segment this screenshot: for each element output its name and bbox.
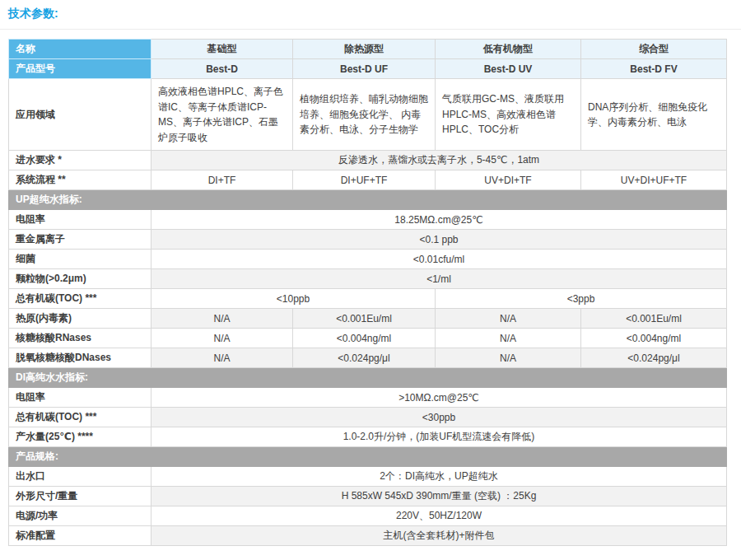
row-toc-di: 总有机碳(TOC) *** <30ppb xyxy=(9,408,727,427)
standard-config-value: 主机(含全套耗材)+附件包 xyxy=(151,526,727,546)
section-product-spec: 产品规格: xyxy=(9,447,727,467)
section-title: DI高纯水水指标: xyxy=(9,368,727,388)
row-heavy-metal-ions: 重金属离子 <0.1 ppb xyxy=(9,230,727,250)
row-outlets: 出水口 2个：DI高纯水，UP超纯水 xyxy=(9,467,727,487)
row-label: 脱氧核糖核酸DNases xyxy=(9,348,151,368)
footnotes: * 进水水质将影响纯水的质量和滤柱的寿命 ** DI：离子交换、UV：双波长紫外… xyxy=(9,557,733,560)
row-label: 重金属离子 xyxy=(9,230,151,250)
flow-rate-value: 1.0-2.0升/分钟，(加装UF机型流速会有降低) xyxy=(151,427,727,447)
row-label: 热原(内毒素) xyxy=(9,309,151,329)
section-di-high-purity: DI高纯水水指标: xyxy=(9,368,727,388)
heavy-metal-value: <0.1 ppb xyxy=(151,230,727,250)
row-dimensions-weight: 外形尺寸/重量 H 585xW 545xD 390mm/重量 (空载) ：25K… xyxy=(9,487,727,506)
row-label: 核糖核酸RNases xyxy=(9,329,151,348)
pyrogen-pyrogen-free: <0.001Eu/ml xyxy=(293,309,436,329)
bacteria-value: <0.01cfu/ml xyxy=(151,250,727,269)
dnases-comprehensive: <0.024pg/μl xyxy=(581,348,727,368)
process-low-organic: UV+DI+TF xyxy=(436,170,581,190)
row-bacteria: 细菌 <0.01cfu/ml xyxy=(9,250,727,269)
rnases-pyrogen-free: <0.004ng/ml xyxy=(293,329,436,348)
power-value: 220V、50HZ/120W xyxy=(151,506,727,526)
row-resistivity-di: 电阻率 >10MΩ.cm@25℃ xyxy=(9,388,727,408)
dimensions-weight-value: H 585xW 545xD 390mm/重量 (空载) ：25Kg xyxy=(151,487,727,506)
spec-table: 名称 基础型 除热源型 低有机物型 综合型 产品型号 Best-D Best-D… xyxy=(8,39,727,546)
row-label: 标准配置 xyxy=(9,526,151,546)
toc-up-left-value: <10ppb xyxy=(151,289,436,309)
row-particles: 颗粒物(>0.2μm) <1/ml xyxy=(9,269,727,289)
title-divider xyxy=(0,29,741,30)
row-toc-up: 总有机碳(TOC) *** <10ppb <3ppb xyxy=(9,289,727,309)
row-dnases: 脱氧核糖核酸DNases N/A <0.024pg/μl N/A <0.024p… xyxy=(9,348,727,368)
application-basic: 高效液相色谱HPLC、离子色谱IC、等离子体质谱ICP-MS、离子体光谱ICP、… xyxy=(151,79,293,151)
header-row-types: 名称 基础型 除热源型 低有机物型 综合型 xyxy=(9,40,727,59)
model-best-d-fv: Best-D FV xyxy=(581,59,727,79)
model-best-d: Best-D xyxy=(151,59,293,79)
row-label: 进水要求 * xyxy=(9,151,151,170)
process-pyrogen-free: DI+UF+TF xyxy=(293,170,436,190)
rnases-comprehensive: <0.004ng/ml xyxy=(581,329,727,348)
row-label: 电阻率 xyxy=(9,388,151,408)
pyrogen-low-organic: N/A xyxy=(436,309,581,329)
dnases-pyrogen-free: <0.024pg/μl xyxy=(293,348,436,368)
rnases-low-organic: N/A xyxy=(436,329,581,348)
row-standard-config: 标准配置 主机(含全套耗材)+附件包 xyxy=(9,526,727,546)
row-label: 系统流程 ** xyxy=(9,170,151,190)
header-name-label: 名称 xyxy=(9,40,151,59)
row-resistivity-up: 电阻率 18.25MΩ.cm@25℃ xyxy=(9,210,727,230)
particles-value: <1/ml xyxy=(151,269,727,289)
row-feed-water: 进水要求 * 反渗透水，蒸馏水或去离子水，5-45℃，1atm xyxy=(9,151,727,170)
model-best-d-uv: Best-D UV xyxy=(436,59,581,79)
row-label: 电阻率 xyxy=(9,210,151,230)
outlets-value: 2个：DI高纯水，UP超纯水 xyxy=(151,467,727,487)
section-title: UP超纯水指标: xyxy=(9,190,727,210)
header-model-label: 产品型号 xyxy=(9,59,151,79)
row-pyrogen: 热原(内毒素) N/A <0.001Eu/ml N/A <0.001Eu/ml xyxy=(9,309,727,329)
model-best-d-uf: Best-D UF xyxy=(293,59,436,79)
row-power: 电源/功率 220V、50HZ/120W xyxy=(9,506,727,526)
footnote-1: * 进水水质将影响纯水的质量和滤柱的寿命 xyxy=(9,557,733,560)
rnases-basic: N/A xyxy=(151,329,293,348)
toc-di-value: <30ppb xyxy=(151,408,727,427)
page-title: 技术参数: xyxy=(8,7,733,21)
row-label: 颗粒物(>0.2μm) xyxy=(9,269,151,289)
type-comprehensive: 综合型 xyxy=(581,40,727,59)
section-title: 产品规格: xyxy=(9,447,727,467)
row-application: 应用领域 高效液相色谱HPLC、离子色谱IC、等离子体质谱ICP-MS、离子体光… xyxy=(9,79,727,151)
process-basic: DI+TF xyxy=(151,170,293,190)
section-up-ultrapure: UP超纯水指标: xyxy=(9,190,727,210)
type-pyrogen-free: 除热源型 xyxy=(293,40,436,59)
pyrogen-basic: N/A xyxy=(151,309,293,329)
dnases-basic: N/A xyxy=(151,348,293,368)
application-low-organic: 气质联用GC-MS、液质联用HPLC-MS、高效液相色谱HPLC、TOC分析 xyxy=(436,79,581,151)
toc-up-right-value: <3ppb xyxy=(436,289,727,309)
header-row-models: 产品型号 Best-D Best-D UF Best-D UV Best-D F… xyxy=(9,59,727,79)
row-label: 总有机碳(TOC) *** xyxy=(9,289,151,309)
row-label: 电源/功率 xyxy=(9,506,151,526)
application-comprehensive: DNA序列分析、细胞免疫化学、内毒素分析、电泳 xyxy=(581,79,727,151)
row-label: 出水口 xyxy=(9,467,151,487)
dnases-low-organic: N/A xyxy=(436,348,581,368)
process-comprehensive: UV+DI+UF+TF xyxy=(581,170,727,190)
type-low-organic: 低有机物型 xyxy=(436,40,581,59)
type-basic: 基础型 xyxy=(151,40,293,59)
pyrogen-comprehensive: <0.001Eu/ml xyxy=(581,309,727,329)
row-flow-rate: 产水量(25℃) **** 1.0-2.0升/分钟，(加装UF机型流速会有降低) xyxy=(9,427,727,447)
resistivity-up-value: 18.25MΩ.cm@25℃ xyxy=(151,210,727,230)
row-label: 应用领域 xyxy=(9,79,151,151)
row-rnases: 核糖核酸RNases N/A <0.004ng/ml N/A <0.004ng/… xyxy=(9,329,727,348)
row-label: 总有机碳(TOC) *** xyxy=(9,408,151,427)
application-pyrogen-free: 植物组织培养、哺乳动物细胞培养、细胞免疫化学、 内毒素分析、电泳、分子生物学 xyxy=(293,79,436,151)
row-label: 细菌 xyxy=(9,250,151,269)
feed-water-value: 反渗透水，蒸馏水或去离子水，5-45℃，1atm xyxy=(151,151,727,170)
row-label: 产水量(25℃) **** xyxy=(9,427,151,447)
row-system-process: 系统流程 ** DI+TF DI+UF+TF UV+DI+TF UV+DI+UF… xyxy=(9,170,727,190)
resistivity-di-value: >10MΩ.cm@25℃ xyxy=(151,388,727,408)
page: 技术参数: 名称 基础型 除热源型 低有机物型 综合型 产品型号 Best-D … xyxy=(0,0,741,560)
row-label: 外形尺寸/重量 xyxy=(9,487,151,506)
